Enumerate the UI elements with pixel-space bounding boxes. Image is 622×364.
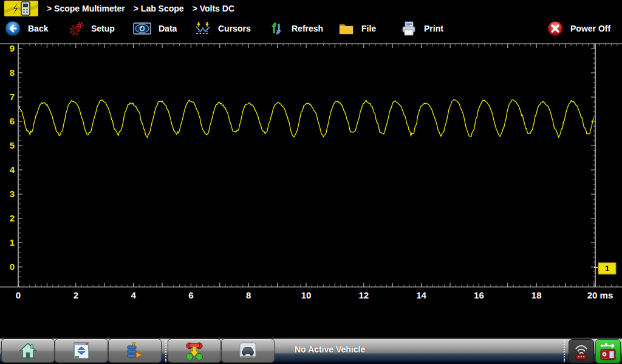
refresh-button[interactable]: Refresh bbox=[268, 17, 323, 39]
x-axis-tick-label: 10 bbox=[301, 290, 312, 300]
power-off-button[interactable]: Power Off bbox=[547, 17, 610, 39]
window-switch-button[interactable] bbox=[55, 339, 108, 363]
usb-connection-button[interactable] bbox=[595, 339, 621, 363]
scope-multimeter-screen: > Scope Multimeter > Lab Scope > Volts D… bbox=[0, 0, 622, 364]
x-axis-tick-label: 0 bbox=[16, 290, 21, 300]
x-axis-tick-label: 8 bbox=[246, 290, 251, 300]
back-button[interactable]: Back bbox=[5, 17, 48, 39]
data-eye-icon bbox=[133, 21, 151, 36]
x-axis-tick-label: 12 bbox=[358, 290, 369, 300]
x-axis-tick-label: 4 bbox=[131, 290, 136, 300]
scope-waveform-svg: 012345678902468101214161820 ms1 bbox=[0, 39, 622, 300]
breadcrumb-item: > Lab Scope bbox=[134, 4, 184, 13]
cursors-button[interactable]: Cursors bbox=[195, 17, 251, 39]
file-label: File bbox=[361, 24, 376, 33]
home-button[interactable] bbox=[1, 339, 55, 363]
refresh-label: Refresh bbox=[292, 24, 323, 33]
power-off-label: Power Off bbox=[570, 24, 610, 33]
print-label: Print bbox=[424, 24, 443, 33]
x-axis-tick-label: 16 bbox=[474, 290, 484, 300]
print-icon bbox=[401, 21, 417, 36]
status-separator bbox=[564, 340, 565, 362]
x-axis-tick-label: 20 ms bbox=[587, 290, 613, 300]
setup-gear-icon bbox=[68, 21, 84, 36]
wireless-status-button[interactable] bbox=[569, 339, 594, 363]
playback-control-bar: 00:02:750 bbox=[0, 300, 622, 337]
home-icon bbox=[18, 341, 38, 360]
scope-multimeter-app-icon bbox=[4, 1, 38, 16]
file-folder-icon bbox=[338, 21, 354, 36]
x-axis-tick-label: 6 bbox=[188, 290, 193, 300]
power-off-icon bbox=[547, 21, 563, 36]
data-stack-icon bbox=[125, 341, 145, 360]
print-button[interactable]: Print bbox=[401, 17, 443, 39]
x-axis-tick-label: 14 bbox=[416, 290, 426, 300]
data-manager-button[interactable] bbox=[108, 339, 162, 363]
breadcrumb-bar: > Scope Multimeter > Lab Scope > Volts D… bbox=[0, 0, 622, 17]
y-axis-tick-label: 5 bbox=[10, 140, 15, 150]
back-label: Back bbox=[28, 24, 48, 33]
data-label: Data bbox=[159, 24, 177, 33]
y-axis-tick-label: 3 bbox=[10, 189, 15, 199]
x-axis-tick-label: 18 bbox=[531, 290, 542, 300]
vehicle-connect-button[interactable] bbox=[168, 339, 221, 363]
x-axis-tick-label: 2 bbox=[73, 290, 78, 300]
setup-label: Setup bbox=[91, 24, 115, 33]
data-button[interactable]: Data bbox=[133, 17, 177, 39]
setup-button[interactable]: Setup bbox=[68, 17, 115, 39]
y-axis-tick-label: 7 bbox=[10, 92, 15, 102]
vehicle-record-icon bbox=[238, 340, 258, 361]
wireless-icon bbox=[572, 342, 590, 361]
status-bar: No Active Vehicle bbox=[0, 337, 622, 364]
breadcrumb-item: > Scope Multimeter bbox=[47, 4, 125, 13]
y-axis-tick-label: 4 bbox=[10, 164, 15, 175]
vehicle-record-button[interactable] bbox=[221, 339, 275, 363]
status-separator bbox=[165, 340, 166, 362]
y-axis-tick-label: 2 bbox=[10, 213, 15, 223]
y-axis-tick-label: 0 bbox=[10, 261, 15, 272]
y-axis-tick-label: 8 bbox=[10, 67, 15, 78]
y-axis-tick-label: 6 bbox=[10, 116, 15, 126]
back-icon bbox=[5, 21, 21, 36]
channel-1-trace bbox=[18, 99, 593, 137]
file-button[interactable]: File bbox=[338, 17, 376, 39]
refresh-icon bbox=[268, 21, 284, 36]
cursors-icon bbox=[195, 21, 211, 36]
breadcrumb: > Scope Multimeter > Lab Scope > Volts D… bbox=[47, 0, 234, 17]
scope-plot-area[interactable]: 012345678902468101214161820 ms1 bbox=[0, 39, 622, 300]
window-switch-icon bbox=[72, 341, 91, 360]
usb-connection-icon bbox=[598, 341, 618, 362]
y-axis-tick-label: 9 bbox=[10, 43, 15, 53]
y-axis-tick-label: 1 bbox=[10, 237, 15, 248]
vehicle-connect-icon bbox=[184, 340, 205, 361]
breadcrumb-item: > Volts DC bbox=[193, 4, 234, 13]
toolbar: Back Setup Data bbox=[0, 17, 622, 40]
active-vehicle-status: No Active Vehicle bbox=[295, 345, 365, 354]
channel-1-badge-label: 1 bbox=[605, 264, 609, 273]
cursors-label: Cursors bbox=[218, 24, 251, 33]
